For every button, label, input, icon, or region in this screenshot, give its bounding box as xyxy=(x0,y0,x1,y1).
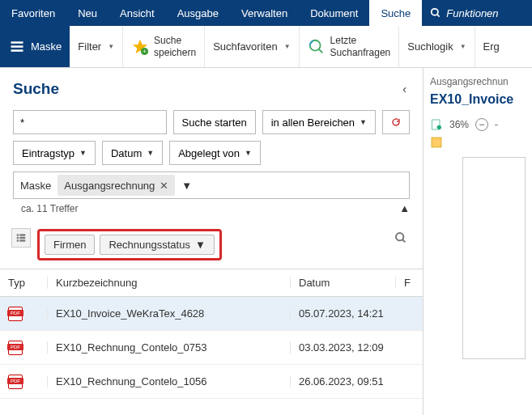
nav-function-search[interactable]: Funktionen xyxy=(422,0,506,26)
list-view-icon xyxy=(15,232,27,243)
hit-count: ca. 11 Treffer xyxy=(21,203,78,214)
facet-rechnungsstatus[interactable]: Rechnungsstatus▼ xyxy=(100,235,214,255)
maske-label: Maske xyxy=(20,180,51,192)
maske-chip: Ausgangsrechnung ✕ xyxy=(57,175,175,196)
ribbon-maske[interactable]: Maske xyxy=(0,26,70,67)
search-start-button[interactable]: Suche starten xyxy=(173,110,256,134)
search-title: Suche xyxy=(13,80,59,98)
svg-rect-20 xyxy=(432,138,441,147)
history-search-icon xyxy=(308,38,326,56)
grid-header: Typ Kurzbezeichnung Datum F xyxy=(0,269,423,297)
ribbon-suchfavoriten-label: Suchfavoriten xyxy=(213,40,278,53)
collapse-up-icon[interactable]: ▲ xyxy=(399,202,410,214)
mask-icon xyxy=(8,38,26,56)
svg-text:+: + xyxy=(143,48,146,55)
svg-rect-12 xyxy=(17,236,19,238)
ribbon-filter-label: Filter xyxy=(78,40,101,53)
view-toggle-button[interactable] xyxy=(11,228,31,248)
ribbon-letzte-label: Letzte Suchanfragen xyxy=(330,35,391,58)
dropdown-icon: ▼ xyxy=(460,43,466,50)
nav-suche[interactable]: Suche xyxy=(369,0,422,26)
star-plus-icon: + xyxy=(131,38,149,56)
cell-name: EX10_Rechnung_Contelo_0753 xyxy=(47,341,290,354)
ribbon-filter[interactable]: Filter ▼ xyxy=(70,26,123,67)
col-f[interactable]: F xyxy=(395,277,423,289)
table-row[interactable]: EX10_Invoice_WeKraTex_4628 05.07.2023, 1… xyxy=(0,297,423,331)
zoom-value: 36% xyxy=(449,119,469,130)
nav-ansicht[interactable]: Ansicht xyxy=(109,0,166,26)
ribbon-ergebnis[interactable]: Erg xyxy=(475,26,508,67)
col-typ[interactable]: Typ xyxy=(0,277,47,289)
nav-ausgabe[interactable]: Ausgabe xyxy=(166,0,230,26)
svg-rect-2 xyxy=(11,41,23,44)
maske-dropdown[interactable]: ▼ xyxy=(181,180,192,192)
svg-point-0 xyxy=(432,9,438,15)
chip-remove-icon[interactable]: ✕ xyxy=(160,180,168,192)
svg-rect-14 xyxy=(17,239,19,241)
breadcrumb: Ausgangsrechnun xyxy=(430,76,526,87)
pdf-icon xyxy=(8,375,23,389)
table-row[interactable]: EX10_Rechnung_Contelo_0753 03.03.2023, 1… xyxy=(0,331,423,365)
svg-rect-4 xyxy=(11,49,23,52)
search-panel: Suche ‹ Suche starten in allen Bereichen… xyxy=(0,68,423,415)
filter-datum[interactable]: Datum▼ xyxy=(102,141,163,165)
ribbon-suchfavoriten[interactable]: Suchfavoriten ▼ xyxy=(205,26,299,67)
svg-rect-10 xyxy=(17,234,19,235)
refresh-button[interactable] xyxy=(382,110,410,134)
cell-name: EX10_Rechnung_Contelo_1056 xyxy=(47,375,290,387)
ribbon-maske-label: Maske xyxy=(31,40,62,53)
facet-highlight: Firmen Rechnungsstatus▼ xyxy=(37,229,222,260)
maske-filter-row: Maske Ausgangsrechnung ✕ ▼ xyxy=(13,172,410,199)
preview-title: EX10_Invoice xyxy=(430,92,526,107)
search-query-input[interactable] xyxy=(13,110,167,134)
ribbon-suchlogik[interactable]: Suchlogik ▼ xyxy=(399,26,475,67)
ribbon-suche-speichern[interactable]: + Suche speichern xyxy=(123,26,205,67)
col-kurzbezeichnung[interactable]: Kurzbezeichnung xyxy=(47,277,290,289)
pdf-icon xyxy=(8,307,23,321)
zoom-slider[interactable] xyxy=(495,125,498,125)
ribbon-suche-speichern-label: Suche speichern xyxy=(154,35,196,58)
top-nav: Favoriten Neu Ansicht Ausgabe Verwalten … xyxy=(0,0,532,26)
results-search-button[interactable] xyxy=(389,226,413,250)
svg-line-1 xyxy=(437,15,440,17)
collapse-icon[interactable]: ‹ xyxy=(399,79,410,99)
ribbon-letzte-suchanfragen[interactable]: Letzte Suchanfragen xyxy=(300,26,400,67)
note-icon[interactable] xyxy=(430,136,443,149)
filter-eintragstyp[interactable]: Eintragstyp▼ xyxy=(13,141,96,165)
ribbon: Maske Filter ▼ + Suche speichern Suchfav… xyxy=(0,26,532,68)
dropdown-icon: ▼ xyxy=(284,43,291,50)
cell-date: 26.06.2023, 09:51 xyxy=(290,375,395,387)
nav-verwalten[interactable]: Verwalten xyxy=(230,0,299,26)
nav-dokument[interactable]: Dokument xyxy=(299,0,369,26)
facet-firmen[interactable]: Firmen xyxy=(45,235,95,255)
cell-name: EX10_Invoice_WeKraTex_4628 xyxy=(47,307,290,320)
maske-chip-label: Ausgangsrechnung xyxy=(64,180,155,192)
document-preview xyxy=(462,157,526,359)
search-scope-select[interactable]: in allen Bereichen▼ xyxy=(262,110,376,134)
svg-line-17 xyxy=(402,239,405,242)
col-datum[interactable]: Datum xyxy=(290,277,395,289)
svg-rect-3 xyxy=(11,45,23,48)
search-icon xyxy=(430,7,441,19)
document-icon[interactable] xyxy=(430,118,443,131)
cell-date: 03.03.2023, 12:09 xyxy=(290,341,395,354)
dropdown-icon: ▼ xyxy=(108,43,114,50)
results-grid: Typ Kurzbezeichnung Datum F EX10_Invoice… xyxy=(0,269,423,415)
nav-function-search-label: Funktionen xyxy=(446,7,498,19)
svg-rect-11 xyxy=(19,234,25,235)
table-row[interactable]: EX10_Rechnung_Contelo_1056 26.06.2023, 0… xyxy=(0,365,423,399)
svg-point-19 xyxy=(437,125,441,129)
nav-neu[interactable]: Neu xyxy=(66,0,109,26)
refresh-icon xyxy=(391,116,401,128)
svg-line-9 xyxy=(318,49,322,53)
ribbon-ergebnis-label: Erg xyxy=(483,40,500,53)
filter-abgelegt-von[interactable]: Abgelegt von▼ xyxy=(169,141,261,165)
zoom-out-button[interactable]: − xyxy=(475,118,488,131)
svg-point-16 xyxy=(396,233,403,240)
nav-favoriten[interactable]: Favoriten xyxy=(0,0,66,26)
ribbon-suchlogik-label: Suchlogik xyxy=(407,40,453,53)
preview-panel: Ausgangsrechnun EX10_Invoice 36% − xyxy=(423,68,532,415)
cell-date: 05.07.2023, 14:21 xyxy=(290,307,395,320)
svg-rect-13 xyxy=(19,236,25,238)
pdf-icon xyxy=(8,341,23,355)
